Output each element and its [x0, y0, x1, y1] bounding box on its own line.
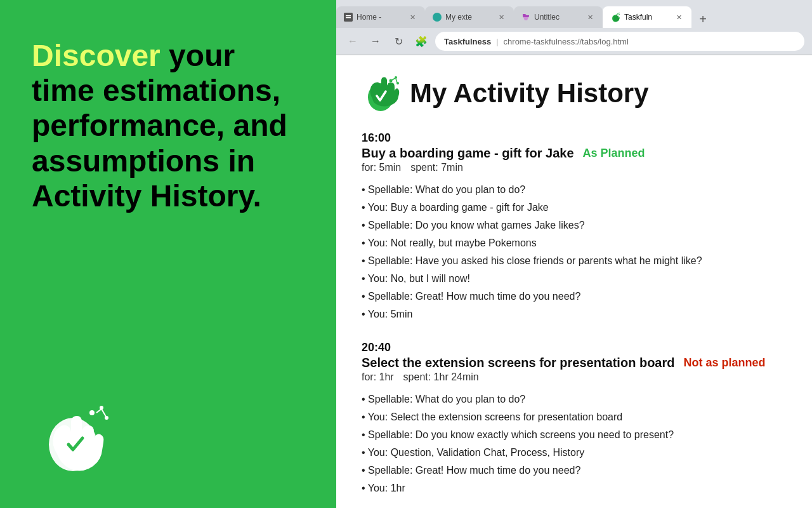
list-item: • Spellable: Have you asked his close fr… [362, 253, 787, 269]
activity-1-status: As Planned [583, 147, 645, 160]
list-item: • You: 5min [362, 307, 787, 322]
bottom-logo [32, 394, 304, 476]
activity-1-conversation: • Spellable: What do you plan to do? • Y… [362, 182, 787, 322]
tab-untitled-title: Untitlec [534, 13, 581, 22]
list-item: • Spellable: Great! How much time do you… [362, 463, 787, 478]
page-logo-icon [362, 74, 400, 112]
tab-myexte-close[interactable]: ✕ [496, 12, 506, 22]
activity-2-conversation: • Spellable: What do you plan to do? • Y… [362, 392, 787, 496]
svg-line-17 [392, 78, 395, 80]
refresh-button[interactable]: ↻ [390, 32, 407, 50]
tab-taskfulness-icon [610, 12, 620, 22]
svg-point-12 [619, 14, 620, 15]
address-bar: ← → ↻ 🧩 Taskfulness | chrome-taskfulness… [336, 28, 812, 55]
svg-line-18 [396, 79, 397, 83]
svg-line-5 [102, 409, 106, 417]
browser-panel: Home - ✕ My exte ✕ Untitlec ✕ [336, 0, 812, 508]
forward-button[interactable]: → [367, 32, 384, 50]
tab-untitled-icon [521, 13, 530, 22]
tab-home-close[interactable]: ✕ [407, 12, 417, 22]
tab-myexte-title: My exte [445, 13, 492, 22]
headline-discover: Discover [32, 39, 160, 72]
list-item: • You: 1hr [362, 481, 787, 496]
svg-rect-8 [346, 17, 351, 18]
tab-home-title: Home - [357, 13, 403, 22]
activity-2-status: Not as planned [683, 356, 765, 370]
tab-untitled[interactable]: Untitlec ✕ [514, 6, 603, 28]
activity-1-meta: for: 5min spent: 7min [362, 162, 787, 173]
svg-point-10 [617, 13, 619, 15]
activity-1-for: 5min [379, 162, 402, 173]
activity-1-time: 16:00 [362, 131, 787, 145]
activity-entry-1: 16:00 Buy a boarding game - gift for Jak… [362, 131, 787, 322]
activity-entry-2: 20:40 Select the extension screens for p… [362, 341, 787, 496]
site-name: Taskfulness [444, 37, 491, 46]
list-item: • Spellable: What do you plan to do? [362, 182, 787, 197]
address-separator: | [496, 37, 498, 46]
list-item: • You: Buy a boarding game - gift for Ja… [362, 200, 787, 215]
left-panel: Discover yourtime estimations,performanc… [0, 0, 336, 508]
list-item: • Spellable: Do you know exactly which s… [362, 427, 787, 443]
left-headline: Discover yourtime estimations,performanc… [32, 38, 304, 213]
taskfulness-logo-bottom [32, 394, 114, 476]
list-item: • You: Not really, but maybe Pokemons [362, 236, 787, 251]
svg-point-1 [89, 410, 95, 415]
list-item: • Spellable: Do you know what games Jake… [362, 218, 787, 233]
svg-point-11 [619, 13, 620, 14]
list-item: • You: Question, Validation Chat, Proces… [362, 445, 787, 460]
activity-2-meta: for: 1hr spent: 1hr 24min [362, 371, 787, 383]
tab-untitled-close[interactable]: ✕ [585, 12, 595, 22]
activity-2-for: 1hr [379, 371, 394, 382]
activity-2-title-row: Select the extension screens for present… [362, 356, 787, 370]
page-content: My Activity History 16:00 Buy a boarding… [336, 55, 812, 508]
activity-1-title: Buy a boarding game - gift for Jake [362, 146, 574, 161]
tab-myexte-icon [433, 13, 442, 22]
tab-home[interactable]: Home - ✕ [336, 6, 425, 28]
page-title: My Activity History [410, 78, 649, 109]
tab-home-icon [344, 13, 353, 22]
activity-2-spent: 1hr 24min [434, 371, 479, 382]
svg-line-4 [96, 409, 102, 413]
address-url: chrome-taskfulness://tabs/log.html [504, 37, 629, 46]
chrome-frame: Home - ✕ My exte ✕ Untitlec ✕ [336, 0, 812, 55]
activity-1-spent: 7min [441, 162, 463, 173]
new-tab-button[interactable]: + [694, 10, 712, 28]
address-input[interactable]: Taskfulness | chrome-taskfulness://tabs/… [435, 32, 804, 51]
tab-taskfulness-close[interactable]: ✕ [674, 12, 684, 22]
activity-1-title-row: Buy a boarding game - gift for Jake As P… [362, 146, 787, 161]
list-item: • You: No, but I will now! [362, 271, 787, 286]
puzzle-icon[interactable]: 🧩 [412, 33, 430, 50]
tab-myexte[interactable]: My exte ✕ [425, 6, 514, 28]
tab-taskfulness[interactable]: Taskfuln ✕ [603, 6, 691, 28]
activity-2-time: 20:40 [362, 341, 787, 354]
page-header: My Activity History [362, 74, 787, 112]
svg-rect-7 [346, 15, 351, 17]
list-item: • You: Select the extension screens for … [362, 410, 787, 425]
back-button[interactable]: ← [344, 32, 362, 50]
activity-2-title: Select the extension screens for present… [362, 356, 674, 370]
list-item: • Spellable: Great! How much time do you… [362, 289, 787, 304]
svg-point-14 [390, 79, 393, 83]
tab-taskfulness-title: Taskfuln [624, 13, 670, 22]
list-item: • Spellable: What do you plan to do? [362, 392, 787, 407]
tab-bar: Home - ✕ My exte ✕ Untitlec ✕ [336, 0, 812, 28]
